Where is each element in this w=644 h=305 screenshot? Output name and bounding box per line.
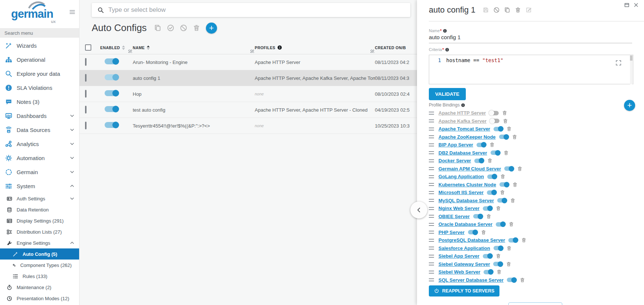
sidebar-item[interactable]: Notes (3) xyxy=(0,95,79,109)
profile-link[interactable]: Siebel Web Server xyxy=(438,269,480,275)
drag-handle[interactable] xyxy=(429,175,434,178)
drag-handle[interactable] xyxy=(429,135,434,138)
editor-scrollbar[interactable] xyxy=(630,55,633,84)
delete-icon[interactable] xyxy=(500,190,505,195)
drag-handle[interactable] xyxy=(429,231,434,234)
enabled-toggle[interactable] xyxy=(105,122,119,128)
sidebar-item[interactable]: Analytics xyxy=(0,137,79,151)
drag-handle[interactable] xyxy=(429,199,434,202)
sidebar-item[interactable]: Wizards xyxy=(0,38,79,52)
sidebar-item[interactable]: Presentation Modes (12) xyxy=(0,293,79,304)
profile-link[interactable]: Kubernetes Cluster Node xyxy=(438,182,496,187)
sidebar-item[interactable]: Component Types (262) xyxy=(0,260,79,271)
drag-handle[interactable] xyxy=(429,119,434,122)
panel-collapse-button[interactable] xyxy=(410,201,427,218)
table-row[interactable]: test auto config Apache HTTP Server, Apa… xyxy=(79,102,417,118)
delete-icon[interactable] xyxy=(496,269,502,275)
binding-toggle[interactable] xyxy=(494,127,503,131)
profile-link[interactable]: Nginx Web Server xyxy=(438,206,479,211)
copy-icon[interactable] xyxy=(504,7,510,13)
delete-icon[interactable] xyxy=(496,206,501,211)
sidebar-item[interactable]: Automation xyxy=(0,151,79,165)
binding-toggle[interactable] xyxy=(499,135,509,139)
delete-icon[interactable] xyxy=(520,277,525,283)
delete-icon[interactable] xyxy=(486,214,491,219)
profile-link[interactable]: Apache HTTP Server xyxy=(438,110,486,116)
sidebar-item[interactable]: Distribution Lists (27) xyxy=(0,226,79,237)
binding-toggle[interactable] xyxy=(491,150,500,155)
row-checkbox[interactable] xyxy=(85,106,87,113)
drag-handle[interactable] xyxy=(429,183,434,186)
edit-icon[interactable] xyxy=(526,7,532,13)
delete-icon[interactable] xyxy=(512,182,518,187)
window-restore-icon[interactable] xyxy=(624,2,630,8)
sidebar-item[interactable]: Rules (133) xyxy=(0,271,79,282)
profile-link[interactable]: Germain APM Cloud Server xyxy=(438,166,501,172)
show-advanced-button[interactable]: SHOW ADVANCED xyxy=(508,302,562,305)
sidebar-item[interactable]: Auth Settings xyxy=(0,193,79,204)
binding-toggle[interactable] xyxy=(507,278,516,282)
drag-handle[interactable] xyxy=(429,167,434,170)
profile-link[interactable]: BIP App Server xyxy=(438,142,473,148)
profile-link[interactable]: MySQL Database Server xyxy=(438,198,494,203)
validate-button[interactable]: VALIDATE xyxy=(429,88,466,100)
column-resize-handle[interactable] xyxy=(128,50,132,53)
binding-toggle[interactable] xyxy=(487,174,497,179)
column-header-created[interactable]: CREATED ON/B xyxy=(375,45,417,50)
profile-link[interactable]: Docker Server xyxy=(438,158,471,163)
sidebar-item[interactable]: Auto Config (5) xyxy=(0,248,79,260)
profile-link[interactable]: OBIEE Server xyxy=(438,214,470,219)
sidebar-item[interactable]: Maintenance (2) xyxy=(0,282,79,293)
table-row[interactable]: Tesyerrttr4554!!@!er!$%((&P:":>?<> none … xyxy=(79,118,417,134)
scrollbar-thumb[interactable] xyxy=(630,55,633,61)
sidebar-item[interactable]: System xyxy=(0,179,79,193)
sidebar-item[interactable]: Display Settings (291) xyxy=(0,215,79,226)
delete-icon[interactable] xyxy=(521,237,526,243)
binding-toggle[interactable] xyxy=(504,166,514,171)
delete-icon[interactable] xyxy=(506,126,512,132)
profile-link[interactable]: Apache Tomcat Server xyxy=(438,126,490,132)
profile-link[interactable]: GoLang Application xyxy=(438,174,484,179)
profile-link[interactable]: Microsoft IIS Server xyxy=(438,190,484,195)
binding-toggle[interactable] xyxy=(508,238,518,243)
sidebar-item[interactable]: Explore your data xyxy=(0,67,79,81)
add-config-button[interactable]: + xyxy=(206,23,217,34)
disable-icon[interactable] xyxy=(494,7,499,13)
close-icon[interactable] xyxy=(633,2,639,8)
binding-toggle[interactable] xyxy=(493,262,503,266)
drag-handle[interactable] xyxy=(429,271,434,274)
drag-handle[interactable] xyxy=(429,143,434,146)
drag-handle[interactable] xyxy=(429,159,434,162)
binding-toggle[interactable] xyxy=(499,182,509,187)
sidebar-item[interactable]: Dashboards xyxy=(0,109,79,123)
profile-link[interactable]: PostgreSQL Database Server xyxy=(438,237,505,243)
delete-icon[interactable] xyxy=(517,166,522,172)
column-header-enabled[interactable]: ENABLED xyxy=(100,45,133,50)
profile-link[interactable]: SQL Server Database Server xyxy=(438,277,504,283)
column-resize-handle[interactable] xyxy=(250,50,254,53)
binding-toggle[interactable] xyxy=(489,111,499,115)
binding-toggle[interactable] xyxy=(494,246,503,250)
reapply-button[interactable]: REAPPLY TO SERVERS xyxy=(429,285,499,296)
sidebar-item[interactable]: Data Sources xyxy=(0,123,79,137)
binding-toggle[interactable] xyxy=(474,159,484,163)
row-checkbox[interactable] xyxy=(85,90,87,98)
global-search-input[interactable]: Type or select below xyxy=(92,3,410,17)
drag-handle[interactable] xyxy=(429,207,434,210)
sidebar-item[interactable]: SLA Violations xyxy=(0,81,79,95)
sidebar-item[interactable]: Data Retention xyxy=(0,204,79,215)
delete-icon[interactable] xyxy=(504,150,509,156)
disable-icon[interactable] xyxy=(180,24,187,31)
binding-toggle[interactable] xyxy=(473,214,483,218)
table-row[interactable]: Arun- Monitoring - Engine Apache HTTP Se… xyxy=(79,54,417,70)
enabled-toggle[interactable] xyxy=(105,90,119,96)
enabled-toggle[interactable] xyxy=(105,74,119,80)
drag-handle[interactable] xyxy=(429,247,434,250)
delete-icon[interactable] xyxy=(512,134,517,140)
drag-handle[interactable] xyxy=(429,151,434,154)
delete-icon[interactable] xyxy=(481,230,486,235)
save-icon[interactable] xyxy=(483,7,489,13)
sidebar-item[interactable]: Operational xyxy=(0,52,79,67)
fullscreen-icon[interactable] xyxy=(615,60,622,66)
binding-toggle[interactable] xyxy=(490,119,499,123)
